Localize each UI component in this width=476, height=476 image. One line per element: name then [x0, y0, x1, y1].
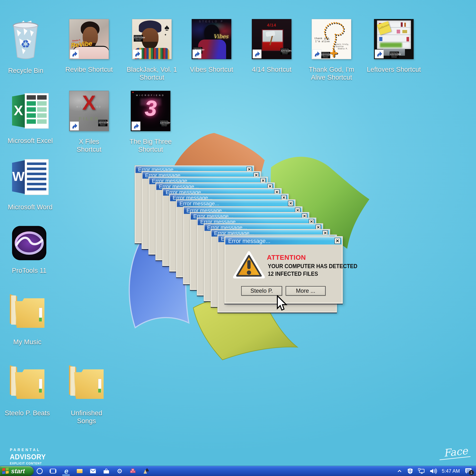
- icon-label: Thank God, I'mAlive Shortcut: [300, 66, 363, 82]
- desktop-icon-revibe-shortcut[interactable]: Steelo P. ReVibe Revibe Shortcut: [58, 19, 120, 73]
- desktop-icon-my-music[interactable]: My Music: [0, 292, 59, 346]
- desktop-icon-leftovers-shortcut[interactable]: Leftovers PARENTALADVISORYEXPLICIT CONTE…: [362, 19, 425, 73]
- svg-text:♻: ♻: [21, 38, 31, 51]
- desktop-icon-protools-11[interactable]: ProTools 11: [0, 226, 61, 274]
- notification-badge: 1: [469, 470, 474, 475]
- taskbar-icon-game[interactable]: [126, 466, 140, 476]
- svg-text:X: X: [14, 102, 23, 118]
- clock[interactable]: 5:47 AM: [442, 468, 460, 474]
- desktop-icon-microsoft-word[interactable]: W Microsoft Word: [0, 157, 62, 211]
- icon-label: Recycle Bin: [0, 67, 57, 75]
- icon-label: Steelo P. Beats: [0, 409, 59, 417]
- parental-advisory-mini-label: PARENTALADVISORYEXPLICIT CONTENT: [134, 35, 143, 42]
- shortcut-arrow-icon: [192, 50, 201, 58]
- word-icon: W: [11, 157, 49, 197]
- desktop-icon-steelo-p-beats[interactable]: Steelo P. Beats: [0, 363, 59, 417]
- parental-advisory-mini-label: PARENTALADVISORYEXPLICIT CONTENT: [281, 48, 290, 55]
- icon-label: X FilesShortcut: [58, 137, 120, 153]
- shortcut-arrow-icon: [70, 121, 79, 130]
- dialog-body: ATTENTION YOUR COMPUTER HAS DETECTED 12 …: [225, 244, 342, 303]
- desktop-icon-the-big-three-shortcut[interactable]: MICROFIEND 3 PARENTALADVISORYEXPLICIT CO…: [119, 91, 182, 153]
- taskbar-icon-settings[interactable]: ⚙: [113, 466, 126, 476]
- dialog-text-line1: YOUR COMPUTER HAS DETECTED: [268, 263, 357, 270]
- shortcut-arrow-icon: [253, 50, 261, 58]
- parental-advisory-mini-label: PARENTALADVISORYEXPLICIT CONTENT: [160, 120, 169, 127]
- excel-icon: X: [11, 91, 49, 130]
- desktop-icon-four-fourteen-shortcut[interactable]: 4/14 PARENTALADVISORYEXPLICIT CONTENT 4/…: [240, 19, 303, 73]
- system-tray: 5:47 AM 1: [397, 466, 476, 476]
- taskbar: start e⚙♠♟ 5:47 AM 1: [0, 466, 476, 476]
- artist-signature: Face: [438, 444, 470, 460]
- notification-icon[interactable]: 1: [465, 468, 472, 475]
- folder-icon: [9, 363, 46, 403]
- close-icon[interactable]: ✕: [288, 201, 293, 206]
- desktop-icon-recycle-bin[interactable]: ♻ Recycle Bin: [0, 19, 57, 75]
- active-app-indicator: [62, 475, 70, 476]
- desktop-icon-microsoft-excel[interactable]: X Microsoft Excel: [0, 91, 62, 145]
- desktop-icon-blackjack-vol1-shortcut[interactable]: ♠ ✦ PARENTALADVISORYEXPLICIT CONTENT Bla…: [120, 19, 183, 82]
- dialog-title: Error message...: [225, 237, 270, 244]
- error-dialog: Error message... ✕ ATTENTION YOUR COMPUT…: [224, 236, 343, 304]
- dialog-title-bar: Error message... ✕: [225, 237, 342, 244]
- start-button[interactable]: start: [0, 466, 34, 476]
- window-title-bar: Error message... ✕: [177, 200, 295, 207]
- taskbar-icon-task-view[interactable]: [46, 466, 60, 476]
- icon-label: ProTools 11: [0, 267, 61, 274]
- volume-icon[interactable]: [430, 468, 437, 474]
- taskbar-icon-store[interactable]: [100, 466, 113, 476]
- icon-label: 4/14 Shortcut: [240, 66, 303, 73]
- icon-label: Vibes Shortcut: [180, 66, 243, 73]
- warning-icon: [233, 251, 265, 280]
- protools-icon: [12, 226, 46, 260]
- desktop-icon-x-files-shortcut[interactable]: MICROFIEND X FILES PARENTALADVISORYEXPLI…: [58, 91, 120, 153]
- tray-chevron-icon[interactable]: [397, 469, 402, 474]
- spade-icon: ♠: [164, 22, 169, 33]
- icon-label: UnfinishedSongs: [55, 409, 118, 425]
- window-title: Error message...: [177, 200, 295, 206]
- icon-label: BlackJack, Vol. 1Shortcut: [120, 66, 183, 82]
- mouse-cursor-icon: [276, 295, 287, 314]
- network-icon[interactable]: [418, 468, 425, 474]
- dialog-heading: ATTENTION: [267, 254, 306, 261]
- taskbar-icon-mail[interactable]: [86, 466, 100, 476]
- dialog-text-line2: 12 INFECTED FILES: [268, 271, 318, 277]
- icon-label: My Music: [0, 338, 59, 346]
- folder-icon: [68, 363, 105, 403]
- icon-label: Leftovers Shortcut: [362, 66, 425, 73]
- recycle-bin-icon: ♻: [11, 19, 40, 60]
- close-icon[interactable]: ✕: [335, 238, 340, 244]
- folder-icon: [9, 292, 46, 332]
- taskbar-icon-cortana[interactable]: [33, 466, 46, 476]
- shortcut-arrow-icon: [70, 50, 79, 58]
- parental-advisory-mini-label: PARENTALADVISORYEXPLICIT CONTENT: [321, 52, 330, 58]
- parental-advisory-mini-label: PARENTALADVISORYEXPLICIT CONTENT: [98, 120, 107, 126]
- shortcut-arrow-icon: [132, 121, 140, 130]
- svg-text:W: W: [12, 169, 25, 184]
- icon-label: Microsoft Excel: [0, 137, 62, 145]
- taskbar-icon-chess[interactable]: ♠♟: [140, 466, 153, 476]
- shortcut-arrow-icon: [312, 50, 321, 58]
- steelo-p-button[interactable]: Steelo P.: [241, 286, 282, 296]
- icon-label: The Big ThreeShortcut: [119, 137, 182, 153]
- desktop-icon-thank-god-im-alive-shortcut[interactable]: thank god,I'm alive yours truly,Scottie …: [300, 19, 363, 82]
- parental-advisory-mini-label: PARENTALADVISORYEXPLICIT CONTENT: [390, 51, 399, 58]
- icon-label: Microsoft Word: [0, 203, 62, 211]
- desktop-icon-unfinished-songs[interactable]: UnfinishedSongs: [55, 363, 118, 425]
- windows-logo-icon: [2, 468, 9, 475]
- icon-label: Revibe Shortcut: [58, 66, 120, 73]
- more-button[interactable]: More ...: [286, 286, 325, 296]
- defender-shield-icon[interactable]: [407, 468, 413, 474]
- parental-advisory-label: PARENTAL ADVISORY EXPLICIT CONTENT: [10, 448, 49, 465]
- desktop-icon-vibes-shortcut[interactable]: STEELO P Vibes PARENTALADVISORYEXPLICIT …: [180, 19, 243, 73]
- taskbar-icon-file-explorer[interactable]: [73, 466, 86, 476]
- shortcut-arrow-icon: [133, 50, 142, 58]
- shortcut-arrow-icon: [375, 50, 384, 58]
